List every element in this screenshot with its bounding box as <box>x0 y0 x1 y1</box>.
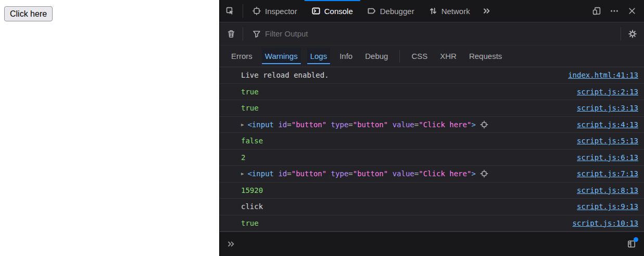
tab-debugger[interactable]: Debugger <box>360 0 422 22</box>
source-location-link[interactable]: script.js:5:13 <box>577 137 644 145</box>
devtools-menu-button[interactable] <box>605 0 623 22</box>
source-location-link[interactable]: script.js:6:13 <box>577 153 644 162</box>
tab-label: Debugger <box>380 7 414 16</box>
source-location-link[interactable]: script.js:2:13 <box>577 88 644 96</box>
message-text: true <box>241 219 259 227</box>
message-text: true <box>241 88 259 96</box>
console-message-row: truescript.js:2:13 <box>220 84 644 101</box>
split-console-button[interactable] <box>624 237 639 251</box>
message-text: true <box>241 104 259 112</box>
message-body: true <box>241 219 259 227</box>
close-devtools-button[interactable] <box>623 0 641 22</box>
message-body: click <box>241 202 263 211</box>
funnel-icon <box>252 30 261 38</box>
message-body: false <box>241 137 263 145</box>
tab-label: Inspector <box>265 7 297 16</box>
clear-console-button[interactable] <box>223 30 239 38</box>
source-location-link[interactable]: script.js:3:13 <box>577 104 644 112</box>
console-filterbar <box>220 22 644 45</box>
console-message-row: truescript.js:10:13 <box>220 215 644 232</box>
reveal-in-inspector-icon[interactable] <box>480 169 488 178</box>
message-body: ▶<input id="button" type="button" value=… <box>241 120 488 129</box>
notification-dot <box>634 237 638 242</box>
source-location-link[interactable]: script.js:8:13 <box>577 186 644 194</box>
expand-arrow-icon[interactable]: ▶ <box>241 171 244 176</box>
message-body: ▶<input id="button" type="button" value=… <box>241 169 488 178</box>
console-message-row: 2script.js:6:13 <box>220 150 644 166</box>
devtools-panel: InspectorConsoleDebuggerNetwork ErrorsWa… <box>219 0 644 256</box>
message-text: false <box>241 137 263 145</box>
tabbar-spacer <box>496 0 588 22</box>
responsive-design-mode-button[interactable] <box>588 0 605 22</box>
filter-tab-xhr[interactable]: XHR <box>437 48 460 64</box>
source-location-link[interactable]: script.js:4:13 <box>577 120 644 129</box>
filter-tab-logs[interactable]: Logs <box>307 48 331 64</box>
console-prompt-icon <box>227 240 235 248</box>
source-location-link[interactable]: script.js:7:13 <box>577 169 644 178</box>
devtools-tabbar: InspectorConsoleDebuggerNetwork <box>220 0 644 22</box>
source-location-link[interactable]: script.js:9:13 <box>577 202 644 211</box>
web-page: Click here <box>0 0 219 256</box>
console-message-row: 15920script.js:8:13 <box>220 182 644 199</box>
tab-inspector[interactable]: Inspector <box>245 0 305 22</box>
divider <box>621 27 621 41</box>
message-body: 2 <box>241 153 245 162</box>
console-message-row: Live reload enabled.index.html:41:13 <box>220 67 644 84</box>
inspector-icon <box>252 7 261 15</box>
pick-element-button[interactable] <box>220 0 241 22</box>
source-location-link[interactable]: index.html:41:13 <box>568 71 644 79</box>
message-text: Live reload enabled. <box>241 71 329 79</box>
tab-label: Console <box>324 7 353 16</box>
tab-network[interactable]: Network <box>422 0 477 22</box>
debugger-icon <box>368 7 376 15</box>
divider <box>399 50 400 63</box>
tab-console[interactable]: Console <box>305 0 360 22</box>
tabbar-right-icons <box>588 0 644 22</box>
filter-tab-requests[interactable]: Requests <box>466 48 505 64</box>
message-body: Live reload enabled. <box>241 71 329 79</box>
devtools-tabs: InspectorConsoleDebuggerNetwork <box>245 0 477 22</box>
dom-element-preview[interactable]: <input id="button" type="button" value="… <box>247 120 475 129</box>
console-message-row: truescript.js:3:13 <box>220 100 644 117</box>
console-level-filterbar: ErrorsWarningsLogsInfoDebugCSSXHRRequest… <box>220 45 644 67</box>
click-here-button[interactable]: Click here <box>4 6 53 21</box>
filter-tab-warnings[interactable]: Warnings <box>262 48 301 64</box>
network-icon <box>429 7 437 15</box>
console-settings-button[interactable] <box>624 30 641 38</box>
screenshot-root: Click here InspectorConsoleDebuggerNetwo… <box>0 0 644 256</box>
filter-output-wrap <box>246 29 617 38</box>
dom-element-preview[interactable]: <input id="button" type="button" value="… <box>247 169 475 178</box>
message-body: true <box>241 104 259 112</box>
console-message-row: falsescript.js:5:13 <box>220 133 644 150</box>
filter-tab-debug[interactable]: Debug <box>362 48 391 64</box>
message-text: 2 <box>241 153 245 162</box>
console-icon <box>312 7 320 15</box>
divider <box>243 4 243 18</box>
filter-tab-errors[interactable]: Errors <box>228 48 256 64</box>
filter-tab-css[interactable]: CSS <box>408 48 431 64</box>
reveal-in-inspector-icon[interactable] <box>480 120 488 129</box>
console-messages: Live reload enabled.index.html:41:13true… <box>220 67 644 231</box>
divider <box>243 27 243 41</box>
console-message-row: ▶<input id="button" type="button" value=… <box>220 166 644 182</box>
message-body: true <box>241 88 259 96</box>
message-body: 15920 <box>241 186 263 194</box>
message-text: click <box>241 202 263 211</box>
tab-label: Network <box>441 7 470 16</box>
console-message-row: ▶<input id="button" type="button" value=… <box>220 117 644 133</box>
source-location-link[interactable]: script.js:10:13 <box>573 219 644 227</box>
more-tabs-button[interactable] <box>477 0 496 22</box>
filter-output-input[interactable] <box>265 29 617 38</box>
expand-arrow-icon[interactable]: ▶ <box>241 122 244 127</box>
filter-tab-info[interactable]: Info <box>336 48 356 64</box>
message-text: 15920 <box>241 186 263 194</box>
console-input-bar[interactable] <box>220 231 644 256</box>
console-message-row: clickscript.js:9:13 <box>220 199 644 215</box>
